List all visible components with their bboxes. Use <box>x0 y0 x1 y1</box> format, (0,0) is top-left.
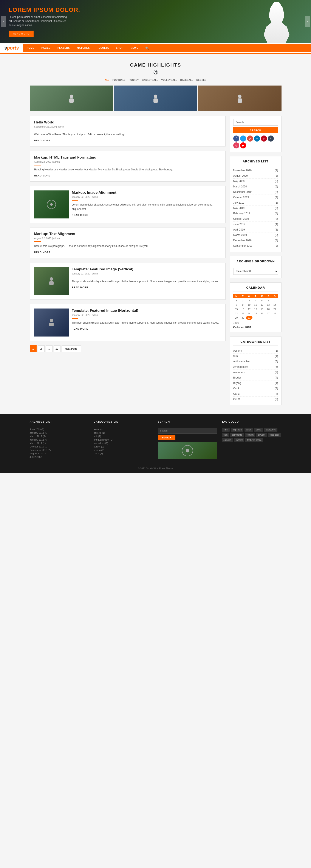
post-meta: September 22, 2020 | admin <box>34 125 221 128</box>
cal-day: 5 <box>259 299 265 303</box>
facebook-icon[interactable]: f <box>233 135 239 142</box>
nav-shop[interactable]: SHOP <box>112 44 127 52</box>
cal-day: 9 <box>240 303 246 307</box>
filter-tab-baseball[interactable]: BASEBALL <box>180 78 193 82</box>
post-divider <box>72 277 78 277</box>
linkedin-icon[interactable]: in <box>254 135 260 142</box>
footer-archive-item: September 2010 (2) <box>30 448 90 452</box>
footer-categories-title: CATEGORIES LIST <box>94 420 153 425</box>
read-more-link[interactable]: READ MORE <box>34 174 50 177</box>
tag-content[interactable]: content <box>245 433 255 437</box>
cal-day <box>272 316 278 320</box>
post-meta: August 22, 2020 | admin <box>34 237 221 240</box>
youtube-icon[interactable]: ▶ <box>240 143 246 149</box>
post-divider <box>72 200 78 200</box>
nav-pages[interactable]: PAGES <box>38 44 54 52</box>
tag-chat[interactable]: chat <box>222 433 229 437</box>
archive-item: March 2020(6) <box>233 184 278 189</box>
tag-embeds[interactable]: embeds <box>222 438 233 442</box>
read-more-link[interactable]: READ MORE <box>72 286 88 289</box>
nav-news[interactable]: NEWS <box>127 44 142 52</box>
footer-search-button[interactable]: SEARCH <box>158 435 175 440</box>
tag-categories[interactable]: categories <box>264 428 277 432</box>
tag-comments[interactable]: comments <box>230 433 244 437</box>
calendar-prev-link[interactable]: « Sep <box>233 322 240 324</box>
filter-tab-regbee[interactable]: REGBEE <box>196 78 206 82</box>
tag-dowork[interactable]: dowork <box>256 433 267 437</box>
read-more-link[interactable]: READ MORE <box>72 214 88 216</box>
page-btn-12[interactable]: 12 <box>54 345 61 352</box>
highlight-image-2 <box>114 86 197 112</box>
pinterest-icon[interactable]: p <box>261 135 267 142</box>
filter-tabs: ALL FOOTBALL HOCKEY BASKETBALL VOLLEYBAL… <box>30 78 281 82</box>
instagram-icon[interactable]: ig <box>233 143 239 149</box>
page-btn-2[interactable]: 2 <box>38 345 44 352</box>
tag-alignment[interactable]: alignment <box>231 428 243 432</box>
nav-players[interactable]: PLAYERS <box>54 44 73 52</box>
nav-home[interactable]: HOME <box>23 44 38 52</box>
footer-tagcloud-title: TAG CLOUD <box>222 420 281 425</box>
read-more-link[interactable]: READ MORE <box>34 251 50 254</box>
post-excerpt: This post should display a featured imag… <box>72 321 221 325</box>
filter-tab-volleyball[interactable]: VOLLEYBALL <box>161 78 177 82</box>
category-item: Asmodeus(2) <box>233 370 278 375</box>
nav-matches[interactable]: MATCHES <box>73 44 94 52</box>
category-item: Aciform(1) <box>233 348 278 353</box>
svg-rect-3 <box>153 98 158 103</box>
cal-day: 10 <box>246 303 252 307</box>
page-btn-ellipsis: ... <box>46 345 53 352</box>
sidebar-search-button[interactable]: SEARCH <box>233 127 278 133</box>
post-divider <box>72 318 78 319</box>
cal-day: 30 <box>240 316 246 320</box>
tag-edge-case[interactable]: edge case <box>268 433 281 437</box>
footer-search-input[interactable] <box>158 428 217 434</box>
footer-categories-widget: CATEGORIES LIST aaaa (4) aciform (1) sub… <box>94 420 153 459</box>
tumblr-icon[interactable]: t <box>268 135 274 142</box>
archive-item: March 2019(5) <box>233 232 278 238</box>
tag-8bit[interactable]: 8BIT <box>222 428 230 432</box>
sidebar-archives-dropdown-widget: Archives Dropdown Select Month <box>230 256 281 278</box>
filter-tab-hockey[interactable]: HOCKEY <box>129 78 139 82</box>
cal-day: 16 <box>240 307 246 311</box>
post-excerpt: Heading Header one Header three Header f… <box>34 167 221 172</box>
post-title: Template: Featured Image (Vertical) <box>72 267 221 272</box>
filter-tab-football[interactable]: FOOTBALL <box>112 78 126 82</box>
cal-day <box>252 316 259 320</box>
tag-excerpt[interactable]: excerpt <box>234 438 244 442</box>
hero-description: Lorem ipsum dolor sit amet, consectetur … <box>9 15 69 28</box>
sidebar: SEARCH f t g+ in p t ig ▶ Archives List … <box>230 116 281 409</box>
twitter-icon[interactable]: t <box>240 135 246 142</box>
game-highlights-section: GAME HIGHLIGHTS ⚽ ALL FOOTBALL HOCKEY BA… <box>30 62 281 112</box>
categories-widget-title: Categories List <box>233 340 278 346</box>
navbar-search-icon[interactable]: 🔍 <box>142 44 152 52</box>
filter-tab-basketball[interactable]: BASKETBALL <box>142 78 158 82</box>
page-btn-1[interactable]: 1 <box>30 345 37 352</box>
tag-featured-image[interactable]: featured image <box>245 438 263 442</box>
page-next-button[interactable]: Next Page <box>62 345 81 352</box>
sidebar-archives-widget: Archives List November 2020(2) August 20… <box>230 156 281 252</box>
archive-item: June 2019(4) <box>233 222 278 227</box>
sidebar-search-input[interactable] <box>233 119 278 126</box>
nav-results[interactable]: RESULTS <box>93 44 112 52</box>
cal-day: 23 <box>240 311 246 316</box>
footer-archive-item: January 2012 (6) <box>30 438 90 441</box>
filter-tab-all[interactable]: ALL <box>105 78 109 82</box>
hero-next-button[interactable]: › <box>305 17 310 27</box>
read-more-link[interactable]: READ MORE <box>34 139 50 142</box>
hero-title: LOREM IPSUM DOLOR. <box>9 6 80 13</box>
archives-dropdown-select[interactable]: Select Month <box>233 268 278 275</box>
section-divider-icon: ⚽ <box>30 70 281 75</box>
cal-day: 12 <box>259 303 265 307</box>
read-more-link[interactable]: READ MORE <box>72 328 88 330</box>
cal-day: 28 <box>272 311 278 316</box>
footer-archive-item: January 2013 (5) <box>30 431 90 435</box>
sidebar-calendar-widget: Calendar M T W T F S S <box>230 282 281 332</box>
category-item: Cat C(2) <box>233 397 278 402</box>
tag-audio[interactable]: audio <box>254 428 263 432</box>
post-divider <box>34 241 41 242</box>
google-plus-icon[interactable]: g+ <box>247 135 253 142</box>
hero-read-more-button[interactable]: READ MORE <box>9 31 34 37</box>
category-item: Sub(1) <box>233 353 278 359</box>
tag-aside[interactable]: aside <box>244 428 253 432</box>
cal-day <box>259 316 265 320</box>
